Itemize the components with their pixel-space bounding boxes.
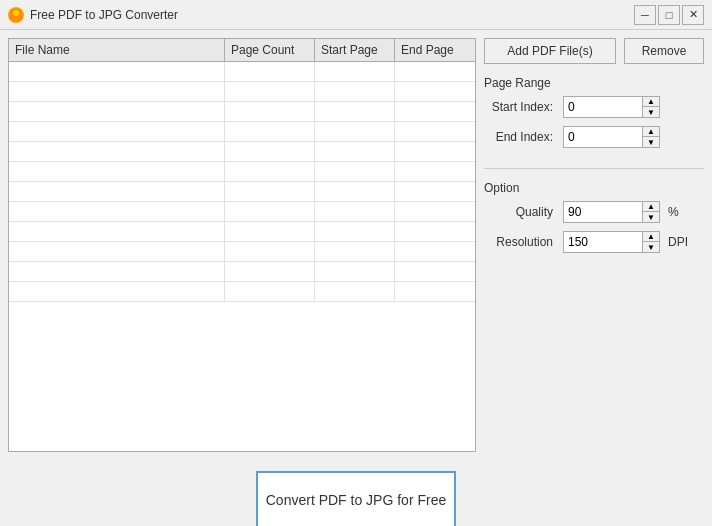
- resolution-input[interactable]: [563, 231, 643, 253]
- start-index-up[interactable]: ▲: [643, 97, 659, 107]
- end-index-down[interactable]: ▼: [643, 137, 659, 147]
- col-filename: File Name: [9, 39, 225, 61]
- table-row: [9, 122, 475, 142]
- file-table-header: File Name Page Count Start Page End Page: [9, 39, 475, 62]
- app-title: Free PDF to JPG Converter: [30, 8, 178, 22]
- col-startpage: Start Page: [315, 39, 395, 61]
- end-index-label: End Index:: [484, 130, 559, 144]
- table-row: [9, 162, 475, 182]
- title-bar-left: Free PDF to JPG Converter: [8, 7, 178, 23]
- table-row: [9, 182, 475, 202]
- end-index-up[interactable]: ▲: [643, 127, 659, 137]
- cell-startpage: [315, 62, 395, 81]
- quality-label: Quality: [484, 205, 559, 219]
- section-divider: [484, 168, 704, 169]
- col-endpage: End Page: [395, 39, 475, 61]
- resolution-spinner: ▲ ▼: [563, 231, 660, 253]
- app-icon: [8, 7, 24, 23]
- close-button[interactable]: ✕: [682, 5, 704, 25]
- start-index-spinner: ▲ ▼: [563, 96, 660, 118]
- quality-spinner: ▲ ▼: [563, 201, 660, 223]
- add-pdf-button[interactable]: Add PDF File(s): [484, 38, 616, 64]
- cell-filename: [9, 62, 225, 81]
- quality-up[interactable]: ▲: [643, 202, 659, 212]
- option-section: Option Quality ▲ ▼ % Resolution ▲: [484, 181, 704, 261]
- remove-button[interactable]: Remove: [624, 38, 704, 64]
- resolution-down[interactable]: ▼: [643, 242, 659, 252]
- quality-input[interactable]: [563, 201, 643, 223]
- resolution-label: Resolution: [484, 235, 559, 249]
- action-buttons: Add PDF File(s) Remove: [484, 38, 704, 64]
- table-row: [9, 62, 475, 82]
- window-controls[interactable]: ─ □ ✕: [634, 5, 704, 25]
- table-row: [9, 242, 475, 262]
- convert-button[interactable]: Convert PDF to JPG for Free: [256, 471, 456, 526]
- end-index-spinner-buttons: ▲ ▼: [643, 126, 660, 148]
- resolution-up[interactable]: ▲: [643, 232, 659, 242]
- quality-unit: %: [668, 205, 679, 219]
- page-range-title: Page Range: [484, 76, 704, 90]
- page-range-section: Page Range Start Index: ▲ ▼ End Index: ▲: [484, 76, 704, 156]
- start-index-label: Start Index:: [484, 100, 559, 114]
- resolution-spinner-buttons: ▲ ▼: [643, 231, 660, 253]
- option-title: Option: [484, 181, 704, 195]
- table-row: [9, 282, 475, 302]
- table-row: [9, 222, 475, 242]
- table-row: [9, 82, 475, 102]
- table-row: [9, 202, 475, 222]
- end-index-row: End Index: ▲ ▼: [484, 126, 704, 148]
- table-row: [9, 262, 475, 282]
- quality-spinner-buttons: ▲ ▼: [643, 201, 660, 223]
- right-panel: Add PDF File(s) Remove Page Range Start …: [484, 38, 704, 452]
- maximize-button[interactable]: □: [658, 5, 680, 25]
- file-table: File Name Page Count Start Page End Page: [8, 38, 476, 452]
- quality-row: Quality ▲ ▼ %: [484, 201, 704, 223]
- resolution-row: Resolution ▲ ▼ DPI: [484, 231, 704, 253]
- cell-endpage: [395, 62, 475, 81]
- resolution-unit: DPI: [668, 235, 688, 249]
- table-row: [9, 142, 475, 162]
- cell-pagecount: [225, 62, 315, 81]
- end-index-spinner: ▲ ▼: [563, 126, 660, 148]
- convert-section: Convert PDF to JPG for Free: [0, 460, 712, 526]
- end-index-input[interactable]: [563, 126, 643, 148]
- title-bar: Free PDF to JPG Converter ─ □ ✕: [0, 0, 712, 30]
- start-index-down[interactable]: ▼: [643, 107, 659, 117]
- svg-point-1: [13, 10, 19, 16]
- file-table-body: [9, 62, 475, 450]
- col-pagecount: Page Count: [225, 39, 315, 61]
- start-index-spinner-buttons: ▲ ▼: [643, 96, 660, 118]
- table-row: [9, 102, 475, 122]
- start-index-input[interactable]: [563, 96, 643, 118]
- start-index-row: Start Index: ▲ ▼: [484, 96, 704, 118]
- minimize-button[interactable]: ─: [634, 5, 656, 25]
- left-panel: File Name Page Count Start Page End Page: [8, 38, 476, 452]
- main-content: File Name Page Count Start Page End Page: [0, 30, 712, 460]
- quality-down[interactable]: ▼: [643, 212, 659, 222]
